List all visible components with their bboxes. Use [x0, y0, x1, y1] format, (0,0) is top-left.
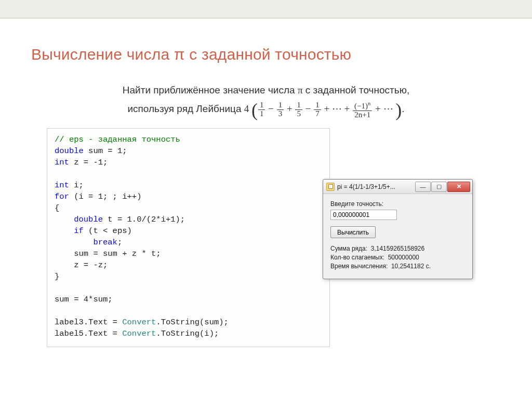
fraction: 15	[295, 101, 302, 118]
time-label: Время вычисления:	[330, 263, 388, 270]
code: ;	[117, 238, 122, 247]
code: sum = 1;	[84, 146, 127, 156]
coef: 4	[244, 103, 249, 114]
result-window: pi = 4(1/1-1/3+1/5+... — ▢ ✕ Введите точ…	[323, 179, 473, 279]
task-text: с заданной точностью,	[303, 85, 410, 95]
close-button[interactable]: ✕	[447, 182, 470, 192]
slide-top-bar	[0, 0, 532, 19]
kw: for	[55, 192, 69, 201]
type: Convert	[122, 329, 156, 338]
leibniz-formula: 4 (11 − 13 + 15 − 17 + ⋯ + (−1)n2n+1 + ⋯…	[244, 103, 402, 114]
time-value: 10,2541182 с.	[391, 263, 431, 270]
type: Convert	[122, 318, 156, 327]
brace: }	[55, 272, 59, 281]
kw: int	[55, 158, 69, 167]
kw: if	[55, 226, 84, 236]
task-text: используя ряд Лейбница	[127, 103, 244, 114]
precision-label: Введите точность:	[330, 200, 465, 208]
code: z = -z;	[55, 260, 108, 270]
sum-value: 3,14159265158926	[371, 245, 424, 252]
window-title: pi = 4(1/1-1/3+1/5+...	[337, 183, 415, 190]
ellipsis: ⋯	[332, 103, 342, 114]
fraction: 13	[277, 101, 284, 118]
pi-symbol: π	[298, 85, 303, 95]
count-label: Кол-во слагаемых:	[330, 254, 384, 261]
slide-title: Вычисление числа π с заданной точностью	[31, 46, 501, 63]
paren-close: )	[395, 100, 402, 120]
window-titlebar[interactable]: pi = 4(1/1-1/3+1/5+... — ▢ ✕	[323, 180, 472, 194]
code: (t < eps)	[84, 226, 132, 236]
kw: double	[55, 215, 103, 224]
kw: break	[55, 238, 117, 247]
code: t = 1.0/(2*i+1);	[103, 215, 185, 224]
brace: {	[55, 203, 59, 213]
minimize-button[interactable]: —	[415, 182, 431, 192]
calculate-button[interactable]: Вычислить	[330, 226, 376, 238]
fraction: 17	[314, 101, 321, 118]
task-text: Найти приближённое значение числа	[123, 85, 298, 95]
code: sum = 4*sum;	[55, 295, 113, 304]
code: .ToString(i);	[156, 329, 219, 338]
window-body: Введите точность: Вычислить Сумма ряда: …	[323, 194, 472, 279]
count-row: Кол-во слагаемых: 500000000	[330, 254, 465, 261]
code: label3.Text =	[55, 318, 122, 327]
ellipsis: ⋯	[383, 103, 393, 114]
sum-label: Сумма ряда:	[330, 245, 367, 252]
code: sum = sum + z * t;	[55, 249, 161, 258]
count-value: 500000000	[388, 254, 419, 261]
fraction: (−1)n2n+1	[353, 101, 372, 119]
paren-open: (	[251, 100, 258, 120]
task-statement: Найти приближённое значение числа π с за…	[31, 81, 501, 119]
code-comment: // eps - заданная точность	[55, 135, 180, 144]
code: label5.Text =	[55, 329, 122, 338]
code: i;	[69, 181, 84, 190]
time-row: Время вычисления: 10,2541182 с.	[330, 263, 465, 270]
fraction: 11	[258, 101, 265, 118]
kw: double	[55, 146, 84, 156]
app-icon	[326, 183, 335, 191]
code: .ToString(sum);	[156, 318, 229, 327]
code-listing: // eps - заданная точность double sum = …	[47, 128, 330, 347]
precision-input[interactable]	[330, 210, 397, 220]
sum-row: Сумма ряда: 3,14159265158926	[330, 245, 465, 252]
maximize-button[interactable]: ▢	[431, 182, 447, 192]
tail: .	[402, 103, 404, 114]
code: z = -1;	[69, 158, 108, 167]
kw: int	[55, 181, 69, 190]
code: (i = 1; ; i++)	[69, 192, 142, 201]
